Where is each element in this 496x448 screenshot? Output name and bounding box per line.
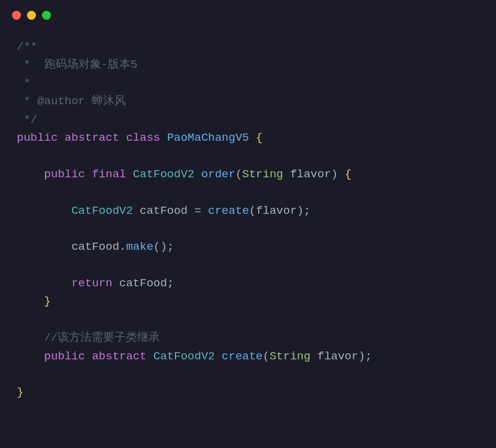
space bbox=[201, 204, 208, 217]
keyword: abstract bbox=[92, 350, 146, 363]
comment-line: //该方法需要子类继承 bbox=[44, 331, 161, 344]
close-icon[interactable] bbox=[12, 11, 21, 20]
class-name: PaoMaChangV5 bbox=[167, 131, 249, 144]
space bbox=[283, 168, 290, 181]
comment-line: * bbox=[17, 77, 31, 90]
method: order bbox=[201, 168, 235, 181]
comment-line: /** bbox=[17, 40, 37, 53]
variable: catFood bbox=[119, 277, 167, 290]
space bbox=[160, 131, 167, 144]
keyword: public bbox=[44, 350, 85, 363]
punct: ) bbox=[358, 350, 365, 363]
punct: ( bbox=[263, 350, 270, 363]
space bbox=[194, 168, 201, 181]
punct: ( bbox=[249, 204, 256, 217]
keyword: abstract bbox=[65, 131, 119, 144]
space bbox=[249, 131, 256, 144]
param-type: String bbox=[242, 168, 283, 181]
punct: ( bbox=[235, 168, 242, 181]
minimize-icon[interactable] bbox=[27, 11, 36, 20]
space bbox=[85, 350, 92, 363]
param: flavor bbox=[317, 350, 358, 363]
brace: { bbox=[256, 131, 262, 144]
keyword: public bbox=[44, 168, 85, 181]
space bbox=[133, 204, 140, 217]
space bbox=[126, 168, 132, 181]
variable: catFood bbox=[140, 204, 187, 217]
space bbox=[310, 350, 317, 363]
keyword: public bbox=[17, 131, 58, 144]
comment-line: */ bbox=[17, 113, 37, 126]
keyword: return bbox=[71, 277, 112, 290]
method: create bbox=[222, 350, 262, 363]
variable: catFood bbox=[71, 240, 119, 253]
code-editor[interactable]: /** * 跑码场对象-版本5 * * @author 蝉沐风 */ publi… bbox=[0, 26, 496, 419]
punct: ; bbox=[304, 204, 310, 217]
space bbox=[119, 131, 126, 144]
space bbox=[147, 350, 153, 363]
punct: ) bbox=[331, 168, 338, 181]
param-type: String bbox=[270, 350, 310, 363]
space bbox=[113, 277, 119, 290]
param: flavor bbox=[256, 204, 297, 217]
space bbox=[58, 131, 64, 144]
keyword: final bbox=[92, 168, 126, 181]
operator: = bbox=[194, 204, 201, 217]
space bbox=[338, 168, 344, 181]
punct: ; bbox=[365, 350, 372, 363]
punct: ) bbox=[160, 240, 167, 253]
brace: { bbox=[344, 168, 351, 181]
comment-line: * 跑码场对象-版本5 bbox=[17, 58, 137, 71]
type: CatFoodV2 bbox=[71, 204, 133, 217]
punct: ; bbox=[167, 277, 174, 290]
param: flavor bbox=[290, 168, 331, 181]
comment-line: * @author 蝉沐风 bbox=[17, 95, 126, 108]
space bbox=[85, 168, 92, 181]
punct: ; bbox=[167, 240, 174, 253]
maximize-icon[interactable] bbox=[42, 11, 51, 20]
type: CatFoodV2 bbox=[153, 350, 215, 363]
type: CatFoodV2 bbox=[133, 168, 195, 181]
brace: } bbox=[44, 295, 51, 308]
method: make bbox=[126, 240, 153, 253]
space bbox=[187, 204, 194, 217]
keyword: class bbox=[126, 131, 160, 144]
punct: . bbox=[119, 240, 126, 253]
brace: } bbox=[17, 386, 23, 399]
space bbox=[215, 350, 222, 363]
punct: ) bbox=[297, 204, 304, 217]
window-titlebar bbox=[0, 0, 496, 26]
method: create bbox=[208, 204, 249, 217]
punct: ( bbox=[153, 240, 160, 253]
